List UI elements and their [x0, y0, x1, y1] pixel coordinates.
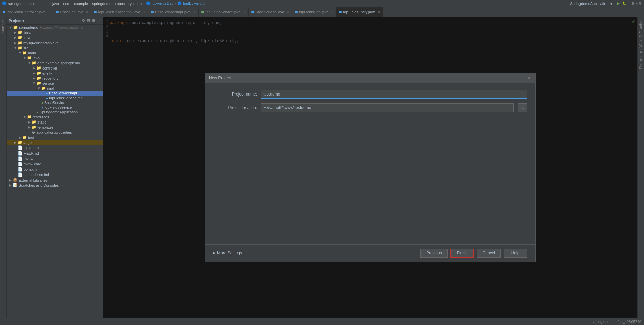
breadcrumb-findbyfield[interactable]: 🔵 findByFieldId: [177, 1, 205, 6]
debug-button[interactable]: 🐛: [622, 1, 627, 6]
tree-springdemo-root[interactable]: ▼ 📁 springdemo F:\wamp64\www\springdemo: [7, 25, 103, 30]
tree-mvnw-cmd[interactable]: 📄 mvnw.cmd: [7, 161, 103, 167]
project-name-row: Project name:: [213, 90, 527, 99]
tab-baseservice[interactable]: BaseService.java ×: [249, 7, 292, 17]
tab-close-icon[interactable]: ×: [143, 10, 145, 14]
tree-gitignore[interactable]: 📄 .gitignore: [7, 145, 103, 151]
structure-label[interactable]: Structure: [1, 18, 5, 35]
breadcrumb-dao[interactable]: dao: [136, 2, 142, 6]
finish-button[interactable]: Finish: [450, 249, 474, 258]
help-button[interactable]: Help: [504, 249, 527, 258]
breadcrumb-src[interactable]: src: [31, 2, 36, 6]
browse-button[interactable]: ...: [518, 103, 527, 112]
tree-baseserviceimpl[interactable]: ● BaseServiceImpl: [7, 91, 103, 96]
tab-close-icon[interactable]: ×: [331, 10, 333, 14]
tab-close-icon[interactable]: ×: [243, 10, 246, 14]
tab-close-icon[interactable]: ×: [86, 10, 88, 14]
breadcrumb-springdemo2[interactable]: springdemo: [92, 2, 111, 6]
settings-icon[interactable]: ⚙: [92, 18, 95, 23]
tree-path: F:\wamp64\www\springdemo: [40, 26, 83, 29]
tree-pomxml[interactable]: 📄 pom.xml: [7, 167, 103, 172]
tree-app-properties[interactable]: ⚙ application.properties: [7, 130, 103, 135]
tree-mvn[interactable]: ▶ 📁 .mvn: [7, 35, 103, 40]
tree-mvnw[interactable]: 📄 mvnw: [7, 156, 103, 161]
tab-close-icon[interactable]: ×: [287, 10, 289, 14]
tree-src[interactable]: ▼ 📁 src: [7, 45, 103, 50]
tree-idpfieldsservice[interactable]: ● IdpFieldsService: [7, 105, 103, 110]
tree-target[interactable]: ▶ 📁 target: [7, 140, 103, 145]
web-label[interactable]: Web: [639, 39, 643, 49]
breadcrumb-example[interactable]: example: [74, 2, 88, 6]
tree-templates[interactable]: ▶ 📁 templates: [7, 125, 103, 130]
tree-label: main: [28, 51, 36, 55]
tab-idpfieldsdao[interactable]: IdpFieldsDao.java ×: [292, 7, 337, 17]
tab-basedao[interactable]: BaseDao.java ×: [53, 7, 91, 17]
tree-helpmd[interactable]: 📄 HELP.md: [7, 151, 103, 156]
tab-close-icon[interactable]: ×: [378, 10, 380, 14]
editor-area[interactable]: 1 2 3 4 package com.example.springdemo.r…: [103, 17, 637, 318]
folder-icon: 📁: [18, 46, 22, 50]
new-project-dialog: New Project ✕ Project name: Project loca…: [205, 73, 536, 262]
tree-label: eneity: [42, 71, 52, 75]
tree-scratches[interactable]: ▶ 📝 Scratches and Consoles: [7, 183, 103, 188]
project-location-input[interactable]: [261, 103, 514, 112]
tree-label: mvnw.cmd: [24, 162, 41, 166]
tab-label: IdpFieldsService.java: [205, 10, 241, 14]
tree-resources[interactable]: ▼ 📁 resources: [7, 114, 103, 119]
tab-idpfieldsserviceimpl[interactable]: IdpFieldsServiceImpl.java ×: [91, 7, 148, 17]
tree-mysql[interactable]: ▶ 📁 mysql-connector-java: [7, 40, 103, 45]
tree-main[interactable]: ▼ 📁 main: [7, 50, 103, 55]
project-name-input[interactable]: [261, 90, 527, 99]
close-sidebar-icon[interactable]: —: [97, 18, 101, 23]
modal-close-button[interactable]: ✕: [527, 75, 531, 81]
tab-idpfieldsentity[interactable]: IdpFieldsEntity.java ×: [336, 7, 383, 17]
file-icon: 📄: [18, 151, 23, 156]
tree-label: templates: [37, 125, 54, 129]
tree-springdemoapplication[interactable]: ● SpringdemoApplication: [7, 110, 103, 114]
tab-idpfieldscontroller[interactable]: IdpFieldsController.java ×: [0, 7, 53, 17]
tree-service[interactable]: ▼ 📁 service: [7, 81, 103, 86]
tree-label: .idea: [23, 31, 31, 35]
tree-com-example[interactable]: ▼ 📁 com.example.springdemo: [7, 60, 103, 65]
tree-label: springdemo: [19, 25, 38, 29]
cancel-button[interactable]: Cancel: [477, 249, 501, 258]
tree-idpfieldsserviceimpl[interactable]: ● IdpFieldsServiceImpl: [7, 96, 103, 100]
sync-icon[interactable]: ⟳: [82, 18, 85, 23]
tree-repository[interactable]: ▶ 📁 repository: [7, 76, 103, 81]
project-location-row: Project location: ...: [213, 103, 527, 112]
tree-controller[interactable]: ▶ 📁 controller: [7, 65, 103, 71]
tree-external-libraries[interactable]: ▶ 📦 External Libraries: [7, 178, 103, 183]
tab-close-icon[interactable]: ×: [48, 10, 50, 14]
tree-label: repository: [42, 76, 58, 80]
folder-icon: 📁: [27, 56, 32, 60]
breadcrumb-main[interactable]: main: [41, 2, 49, 6]
tree-test[interactable]: ▶ 📁 test: [7, 135, 103, 140]
persistence-label[interactable]: Persistence: [639, 50, 643, 70]
breadcrumb-springdemo[interactable]: springdemo: [8, 2, 27, 6]
folder-icon: 📁: [18, 30, 22, 35]
tree-java[interactable]: ▼ 📁 java: [7, 55, 103, 60]
breadcrumb-com[interactable]: com: [63, 2, 70, 6]
modal-title: New Project: [209, 76, 231, 80]
breadcrumb-idpfieldsdao[interactable]: 🔵 IdpFieldsDao: [146, 1, 174, 6]
project-name-label: Project name:: [213, 92, 257, 97]
tab-baseserviceimpl[interactable]: BaseServiceImpl.java ×: [148, 7, 199, 17]
breadcrumb-java[interactable]: java: [52, 2, 59, 6]
run-config[interactable]: SpringdemoApplication ▼: [570, 2, 613, 6]
status-url[interactable]: https://blog.csdn.net/qq_42805749: [584, 320, 641, 324]
tree-impl[interactable]: ▼ 📁 impl: [7, 86, 103, 91]
collapse-icon[interactable]: ⊟: [87, 18, 90, 23]
tree-eneity[interactable]: ▶ 📁 eneity: [7, 71, 103, 76]
run-button[interactable]: ▶: [617, 1, 620, 6]
tree-idea[interactable]: ▶ 📁 .idea: [7, 30, 103, 35]
tab-idpfieldsservice[interactable]: IdpFieldsService.java ×: [199, 7, 249, 17]
tab-close-icon[interactable]: ×: [194, 10, 196, 14]
breadcrumb-repository[interactable]: repository: [115, 2, 132, 6]
favorites-label[interactable]: 2: Favorites: [639, 18, 643, 38]
tree-label: .mvn: [23, 36, 31, 40]
tree-baseservice[interactable]: ● BaseService: [7, 100, 103, 105]
tree-static[interactable]: ▶ 📁 static: [7, 119, 103, 125]
more-settings-toggle[interactable]: ▶ More Settings: [213, 251, 242, 255]
tree-springdemo-iml[interactable]: 📄 springdemo.iml: [7, 172, 103, 178]
previous-button[interactable]: Previous: [420, 249, 448, 258]
